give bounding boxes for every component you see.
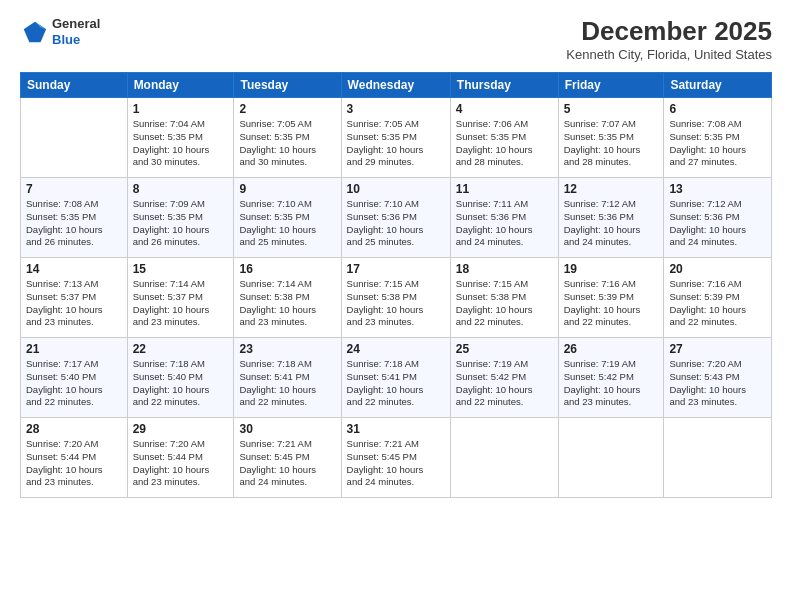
svg-marker-0 <box>24 21 46 42</box>
day-number: 19 <box>564 262 659 276</box>
day-number: 24 <box>347 342 445 356</box>
week-row-3: 14Sunrise: 7:13 AM Sunset: 5:37 PM Dayli… <box>21 258 772 338</box>
day-cell: 9Sunrise: 7:10 AM Sunset: 5:35 PM Daylig… <box>234 178 341 258</box>
day-info: Sunrise: 7:08 AM Sunset: 5:35 PM Dayligh… <box>26 198 122 249</box>
day-cell: 30Sunrise: 7:21 AM Sunset: 5:45 PM Dayli… <box>234 418 341 498</box>
logo-general: General <box>52 16 100 32</box>
day-cell: 14Sunrise: 7:13 AM Sunset: 5:37 PM Dayli… <box>21 258 128 338</box>
logo-blue: Blue <box>52 32 100 48</box>
calendar-subtitle: Kenneth City, Florida, United States <box>566 47 772 62</box>
day-number: 6 <box>669 102 766 116</box>
day-cell: 27Sunrise: 7:20 AM Sunset: 5:43 PM Dayli… <box>664 338 772 418</box>
week-row-2: 7Sunrise: 7:08 AM Sunset: 5:35 PM Daylig… <box>21 178 772 258</box>
day-cell: 18Sunrise: 7:15 AM Sunset: 5:38 PM Dayli… <box>450 258 558 338</box>
calendar-title: December 2025 <box>566 16 772 47</box>
day-info: Sunrise: 7:18 AM Sunset: 5:40 PM Dayligh… <box>133 358 229 409</box>
day-number: 7 <box>26 182 122 196</box>
header-row: SundayMondayTuesdayWednesdayThursdayFrid… <box>21 73 772 98</box>
day-cell: 7Sunrise: 7:08 AM Sunset: 5:35 PM Daylig… <box>21 178 128 258</box>
day-cell: 16Sunrise: 7:14 AM Sunset: 5:38 PM Dayli… <box>234 258 341 338</box>
day-info: Sunrise: 7:20 AM Sunset: 5:43 PM Dayligh… <box>669 358 766 409</box>
calendar-header: SundayMondayTuesdayWednesdayThursdayFrid… <box>21 73 772 98</box>
day-number: 29 <box>133 422 229 436</box>
logo: General Blue <box>20 16 100 47</box>
day-cell: 10Sunrise: 7:10 AM Sunset: 5:36 PM Dayli… <box>341 178 450 258</box>
calendar-table: SundayMondayTuesdayWednesdayThursdayFrid… <box>20 72 772 498</box>
day-info: Sunrise: 7:04 AM Sunset: 5:35 PM Dayligh… <box>133 118 229 169</box>
day-number: 9 <box>239 182 335 196</box>
day-number: 20 <box>669 262 766 276</box>
day-number: 2 <box>239 102 335 116</box>
day-info: Sunrise: 7:06 AM Sunset: 5:35 PM Dayligh… <box>456 118 553 169</box>
header: General Blue December 2025 Kenneth City,… <box>20 16 772 62</box>
day-cell: 20Sunrise: 7:16 AM Sunset: 5:39 PM Dayli… <box>664 258 772 338</box>
day-info: Sunrise: 7:18 AM Sunset: 5:41 PM Dayligh… <box>239 358 335 409</box>
day-number: 5 <box>564 102 659 116</box>
day-info: Sunrise: 7:19 AM Sunset: 5:42 PM Dayligh… <box>564 358 659 409</box>
day-number: 31 <box>347 422 445 436</box>
page: General Blue December 2025 Kenneth City,… <box>0 0 792 612</box>
day-number: 11 <box>456 182 553 196</box>
day-number: 18 <box>456 262 553 276</box>
day-cell: 21Sunrise: 7:17 AM Sunset: 5:40 PM Dayli… <box>21 338 128 418</box>
day-number: 4 <box>456 102 553 116</box>
day-cell: 5Sunrise: 7:07 AM Sunset: 5:35 PM Daylig… <box>558 98 664 178</box>
day-info: Sunrise: 7:10 AM Sunset: 5:36 PM Dayligh… <box>347 198 445 249</box>
day-info: Sunrise: 7:10 AM Sunset: 5:35 PM Dayligh… <box>239 198 335 249</box>
day-number: 26 <box>564 342 659 356</box>
logo-text: General Blue <box>52 16 100 47</box>
day-info: Sunrise: 7:12 AM Sunset: 5:36 PM Dayligh… <box>669 198 766 249</box>
day-number: 3 <box>347 102 445 116</box>
day-info: Sunrise: 7:16 AM Sunset: 5:39 PM Dayligh… <box>669 278 766 329</box>
day-cell: 25Sunrise: 7:19 AM Sunset: 5:42 PM Dayli… <box>450 338 558 418</box>
day-info: Sunrise: 7:21 AM Sunset: 5:45 PM Dayligh… <box>347 438 445 489</box>
day-info: Sunrise: 7:15 AM Sunset: 5:38 PM Dayligh… <box>456 278 553 329</box>
day-info: Sunrise: 7:11 AM Sunset: 5:36 PM Dayligh… <box>456 198 553 249</box>
week-row-5: 28Sunrise: 7:20 AM Sunset: 5:44 PM Dayli… <box>21 418 772 498</box>
day-cell <box>450 418 558 498</box>
day-number: 22 <box>133 342 229 356</box>
week-row-4: 21Sunrise: 7:17 AM Sunset: 5:40 PM Dayli… <box>21 338 772 418</box>
day-cell: 28Sunrise: 7:20 AM Sunset: 5:44 PM Dayli… <box>21 418 128 498</box>
day-info: Sunrise: 7:14 AM Sunset: 5:37 PM Dayligh… <box>133 278 229 329</box>
title-block: December 2025 Kenneth City, Florida, Uni… <box>566 16 772 62</box>
day-cell: 31Sunrise: 7:21 AM Sunset: 5:45 PM Dayli… <box>341 418 450 498</box>
day-number: 21 <box>26 342 122 356</box>
day-cell: 4Sunrise: 7:06 AM Sunset: 5:35 PM Daylig… <box>450 98 558 178</box>
day-cell <box>21 98 128 178</box>
day-info: Sunrise: 7:05 AM Sunset: 5:35 PM Dayligh… <box>347 118 445 169</box>
day-cell: 19Sunrise: 7:16 AM Sunset: 5:39 PM Dayli… <box>558 258 664 338</box>
day-info: Sunrise: 7:09 AM Sunset: 5:35 PM Dayligh… <box>133 198 229 249</box>
day-cell: 1Sunrise: 7:04 AM Sunset: 5:35 PM Daylig… <box>127 98 234 178</box>
day-cell: 12Sunrise: 7:12 AM Sunset: 5:36 PM Dayli… <box>558 178 664 258</box>
day-number: 27 <box>669 342 766 356</box>
day-number: 13 <box>669 182 766 196</box>
day-number: 23 <box>239 342 335 356</box>
day-cell: 6Sunrise: 7:08 AM Sunset: 5:35 PM Daylig… <box>664 98 772 178</box>
day-cell: 11Sunrise: 7:11 AM Sunset: 5:36 PM Dayli… <box>450 178 558 258</box>
day-info: Sunrise: 7:14 AM Sunset: 5:38 PM Dayligh… <box>239 278 335 329</box>
header-cell-tuesday: Tuesday <box>234 73 341 98</box>
day-info: Sunrise: 7:12 AM Sunset: 5:36 PM Dayligh… <box>564 198 659 249</box>
day-number: 16 <box>239 262 335 276</box>
day-info: Sunrise: 7:20 AM Sunset: 5:44 PM Dayligh… <box>26 438 122 489</box>
calendar-body: 1Sunrise: 7:04 AM Sunset: 5:35 PM Daylig… <box>21 98 772 498</box>
day-info: Sunrise: 7:21 AM Sunset: 5:45 PM Dayligh… <box>239 438 335 489</box>
day-info: Sunrise: 7:13 AM Sunset: 5:37 PM Dayligh… <box>26 278 122 329</box>
week-row-1: 1Sunrise: 7:04 AM Sunset: 5:35 PM Daylig… <box>21 98 772 178</box>
day-cell: 13Sunrise: 7:12 AM Sunset: 5:36 PM Dayli… <box>664 178 772 258</box>
day-cell: 22Sunrise: 7:18 AM Sunset: 5:40 PM Dayli… <box>127 338 234 418</box>
day-info: Sunrise: 7:19 AM Sunset: 5:42 PM Dayligh… <box>456 358 553 409</box>
day-number: 12 <box>564 182 659 196</box>
day-number: 28 <box>26 422 122 436</box>
header-cell-friday: Friday <box>558 73 664 98</box>
day-cell: 3Sunrise: 7:05 AM Sunset: 5:35 PM Daylig… <box>341 98 450 178</box>
day-info: Sunrise: 7:15 AM Sunset: 5:38 PM Dayligh… <box>347 278 445 329</box>
header-cell-sunday: Sunday <box>21 73 128 98</box>
day-number: 14 <box>26 262 122 276</box>
day-info: Sunrise: 7:05 AM Sunset: 5:35 PM Dayligh… <box>239 118 335 169</box>
day-info: Sunrise: 7:20 AM Sunset: 5:44 PM Dayligh… <box>133 438 229 489</box>
day-cell: 24Sunrise: 7:18 AM Sunset: 5:41 PM Dayli… <box>341 338 450 418</box>
day-cell: 8Sunrise: 7:09 AM Sunset: 5:35 PM Daylig… <box>127 178 234 258</box>
header-cell-monday: Monday <box>127 73 234 98</box>
